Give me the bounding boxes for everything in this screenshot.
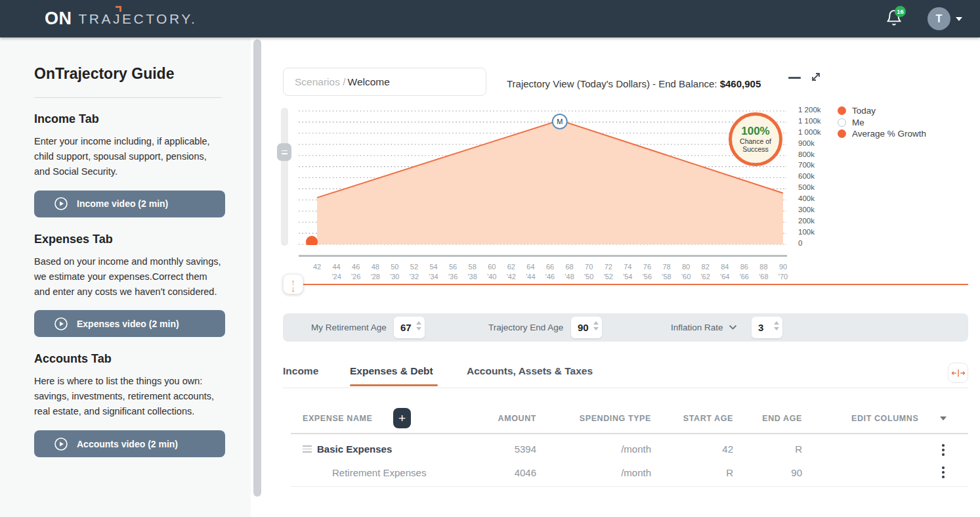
x-tick-label: 74'54: [618, 262, 637, 282]
chevron-down-icon[interactable]: [729, 325, 737, 330]
legend-label: Today: [852, 106, 876, 116]
video-button-label: Expenses video (2 min): [77, 319, 179, 329]
end-balance-value: $460,905: [720, 78, 761, 89]
section-body: Based on your income and monthly savings…: [34, 254, 222, 300]
x-tick-label: 76'56: [637, 262, 657, 282]
section-body: Here is where to list the things you own…: [34, 374, 222, 419]
chart-title: Trajectory View (Today's Dollars) - End …: [507, 78, 761, 89]
trajectory-chart[interactable]: M: [299, 108, 787, 245]
legend-item[interactable]: Me: [838, 117, 926, 128]
inflation-rate-value: 3: [758, 322, 763, 333]
success-label-line1: Chance of: [740, 137, 771, 145]
x-tick-label: 80'60: [676, 262, 696, 282]
expenses-video-button[interactable]: Expenses video (2 min): [34, 310, 225, 337]
success-label-line2: Success: [742, 145, 769, 153]
col-edit-columns[interactable]: EDIT COLUMNS: [851, 414, 918, 423]
scenario-input[interactable]: Scenarios / Welcome: [283, 68, 486, 96]
top-navbar: ON TRAJECTORY. 16 T: [0, 0, 980, 37]
section-heading: Accounts Tab: [34, 352, 222, 366]
chart-zoom-slider-handle[interactable]: [277, 143, 291, 161]
y-tick-label: 900k: [798, 140, 834, 148]
income-video-button[interactable]: Income video (2 min): [34, 191, 225, 217]
stepper-arrows-icon[interactable]: [593, 321, 599, 330]
start-age-cell[interactable]: 42: [681, 443, 733, 455]
tab-income[interactable]: Income: [283, 365, 318, 377]
stepper-arrows-icon[interactable]: [774, 321, 779, 330]
video-button-label: Income video (2 min): [77, 198, 168, 209]
sidebar-title: OnTrajectory Guide: [34, 65, 222, 83]
notification-count-badge: 16: [895, 6, 906, 17]
legend-item[interactable]: Average % Growth: [838, 128, 926, 139]
end-age-value: 90: [578, 322, 589, 333]
end-age-cell[interactable]: R: [750, 443, 802, 455]
row-menu-icon[interactable]: [941, 465, 946, 480]
section-body: Enter your income including, if applicab…: [34, 134, 222, 179]
spending-type-cell[interactable]: /month: [558, 467, 651, 478]
trajectory-area: [317, 120, 783, 244]
drag-row-icon[interactable]: [303, 445, 312, 455]
edit-columns-caret-icon[interactable]: [940, 416, 947, 420]
accounts-video-button[interactable]: Accounts video (2 min): [34, 430, 225, 457]
expense-name-cell[interactable]: Basic Expenses: [317, 443, 392, 455]
tabs-divider: [283, 388, 968, 388]
avatar[interactable]: T: [927, 7, 950, 30]
col-expense-name[interactable]: EXPENSE NAME: [303, 414, 373, 423]
legend-label: Average % Growth: [852, 129, 926, 139]
y-tick-label: 500k: [798, 184, 834, 192]
retirement-age-label: My Retirement Age: [311, 323, 387, 332]
x-tick-label: 90'70: [773, 262, 793, 282]
ontrajectory-logo[interactable]: ON TRAJECTORY.: [45, 0, 197, 37]
amount-cell[interactable]: 5394: [458, 443, 536, 455]
x-tick-label: 58'38: [463, 262, 482, 282]
table-row-divider: [291, 486, 968, 487]
expand-chart-icon[interactable]: [809, 70, 822, 83]
x-tick-label: 78'58: [657, 262, 677, 282]
tab-expenses-debt[interactable]: Expenses & Debt: [350, 365, 433, 377]
legend-item[interactable]: Today: [838, 105, 926, 116]
guide-sidebar: OnTrajectory Guide Income Tab Enter your…: [0, 37, 251, 517]
add-expense-button[interactable]: +: [393, 408, 411, 428]
end-age-input[interactable]: 90: [571, 317, 602, 338]
x-tick-label: 62'42: [501, 262, 521, 282]
sidebar-scrollbar[interactable]: [253, 39, 261, 497]
y-tick-label: 100k: [798, 229, 834, 236]
row-menu-icon[interactable]: [941, 443, 946, 457]
expand-table-button[interactable]: [948, 363, 968, 383]
inflation-rate-input[interactable]: 3: [752, 317, 782, 338]
x-tick-label: 46'26: [346, 262, 366, 282]
amount-cell[interactable]: 4046: [458, 467, 536, 478]
x-axis-line: [299, 255, 787, 257]
logo-arrow-icon: [116, 6, 121, 12]
stepper-arrows-icon[interactable]: [416, 321, 421, 330]
y-tick-label: 0: [798, 240, 834, 248]
col-end-age[interactable]: END AGE: [750, 414, 802, 423]
svg-text:M: M: [557, 118, 563, 125]
col-spending-type[interactable]: SPENDING TYPE: [558, 414, 651, 423]
logo-on-text: ON: [45, 9, 72, 29]
x-tick-label: 60'40: [482, 262, 501, 282]
chart-legend: TodayMeAverage % Growth: [838, 105, 926, 140]
start-age-cell[interactable]: R: [681, 467, 733, 478]
tab-accounts-assets-taxes[interactable]: Accounts, Assets & Taxes: [467, 365, 593, 377]
x-tick-label: 82'62: [696, 262, 715, 282]
spending-type-cell[interactable]: /month: [558, 443, 651, 455]
chevron-down-icon[interactable]: [956, 17, 962, 21]
chart-resize-divider[interactable]: [301, 284, 968, 285]
x-tick-label: 88'68: [754, 262, 773, 282]
play-icon: [54, 317, 68, 331]
minimize-chart-icon[interactable]: [788, 77, 801, 79]
expense-name-cell[interactable]: Retirement Expenses: [332, 467, 426, 478]
x-tick-label: 56'36: [443, 262, 463, 282]
me-marker[interactable]: M: [553, 114, 567, 129]
sidebar-divider: [34, 97, 222, 98]
end-age-cell[interactable]: 90: [750, 467, 802, 478]
chart-zoom-slider-track[interactable]: [281, 108, 288, 246]
col-amount[interactable]: AMOUNT: [458, 414, 536, 423]
x-tick-label: 68'48: [560, 262, 580, 282]
resize-vertical-button[interactable]: ↑↓: [283, 274, 303, 294]
today-point[interactable]: [306, 236, 318, 245]
notifications-button[interactable]: 16: [885, 9, 905, 30]
retirement-age-input[interactable]: 67: [394, 317, 425, 338]
col-start-age[interactable]: START AGE: [677, 414, 733, 423]
retirement-age-value: 67: [400, 322, 412, 333]
